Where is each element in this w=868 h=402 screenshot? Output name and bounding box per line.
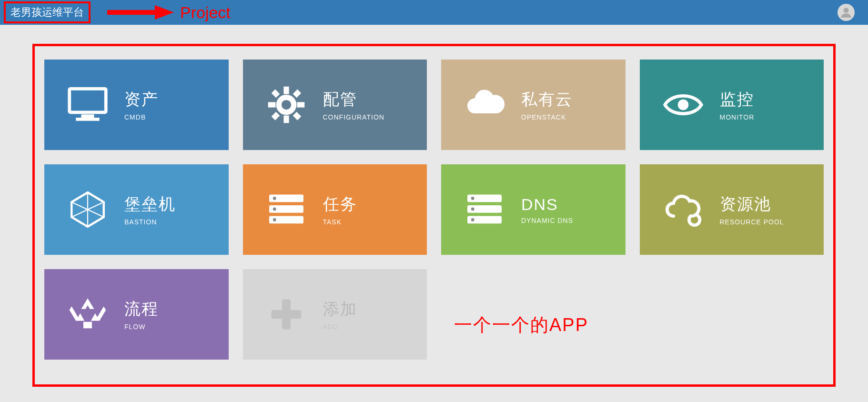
tile-texts: DNSDYNAMIC DNS [521,195,573,224]
eye-icon [657,83,709,126]
tile-subtitle: TASK [323,218,357,226]
tile-plus-9[interactable]: 添加ADD [243,269,427,360]
gear-icon [260,83,313,126]
tile-subtitle: BASTION [124,218,176,226]
tile-subtitle: ADD [323,323,357,331]
tile-subtitle: CMDB [124,113,159,121]
annotation-arrow-project: Project [105,3,231,22]
tile-eye-3[interactable]: 监控MONITOR [640,60,824,150]
polygon-icon [61,188,114,231]
tile-texts: 堡垒机BASTION [124,193,176,226]
annotation-project-label: Project [180,3,231,22]
tile-monitor-0[interactable]: 资产CMDB [44,60,229,150]
tile-title: 资产 [124,89,159,111]
tile-server-5[interactable]: 任务TASK [243,164,427,255]
annotation-app-note: 一个一个的APP [454,313,588,337]
cloud-icon [458,83,511,126]
tile-title: 堡垒机 [124,193,176,215]
svg-marker-27 [155,5,174,20]
tile-title: 监控 [720,89,755,111]
tile-subtitle: MONITOR [720,113,755,121]
plus-icon [260,293,313,336]
server-icon [458,188,511,231]
tile-cloud-2[interactable]: 私有云OPENSTACK [441,60,626,150]
tile-texts: 流程FLOW [124,298,159,331]
tile-gear-1[interactable]: 配管CONFIGURATION [243,60,427,150]
tile-subtitle: DYNAMIC DNS [521,217,573,224]
tile-texts: 配管CONFIGURATION [323,89,384,121]
monitor-icon [61,83,114,126]
server-icon [260,188,313,231]
tile-texts: 任务TASK [323,193,357,226]
recycle-icon [61,293,114,336]
tile-grid: 资产CMDB配管CONFIGURATION私有云OPENSTACK监控MONIT… [44,60,824,360]
user-avatar[interactable] [838,4,855,21]
tile-title: 配管 [323,89,384,111]
tile-texts: 资产CMDB [124,89,159,121]
tile-cloudloop-7[interactable]: 资源池RESOURCE POOL [640,164,824,255]
tile-title: DNS [521,195,573,214]
tile-title: 资源池 [720,193,784,215]
tile-subtitle: OPENSTACK [521,113,573,121]
tile-section-annotated: 资产CMDB配管CONFIGURATION私有云OPENSTACK监控MONIT… [32,44,836,387]
tile-title: 私有云 [521,89,573,111]
tile-polygon-4[interactable]: 堡垒机BASTION [44,164,229,255]
tile-subtitle: RESOURCE POOL [720,218,784,226]
brand-title[interactable]: 老男孩运维平台 [4,1,91,23]
svg-point-28 [844,8,849,13]
tile-subtitle: CONFIGURATION [323,113,384,121]
tile-texts: 添加ADD [323,298,357,331]
tile-subtitle: FLOW [124,323,159,331]
tile-title: 添加 [323,298,357,320]
user-icon [840,6,852,19]
tile-texts: 监控MONITOR [720,89,755,121]
tile-recycle-8[interactable]: 流程FLOW [44,269,229,360]
header-bar: 老男孩运维平台 Project [0,0,868,25]
tile-texts: 私有云OPENSTACK [521,89,573,121]
arrow-icon [105,3,176,22]
cloudloop-icon [657,188,709,231]
tile-texts: 资源池RESOURCE POOL [720,193,784,226]
tile-server-6[interactable]: DNSDYNAMIC DNS [441,164,626,255]
tile-title: 流程 [124,298,159,320]
tile-title: 任务 [323,193,357,215]
